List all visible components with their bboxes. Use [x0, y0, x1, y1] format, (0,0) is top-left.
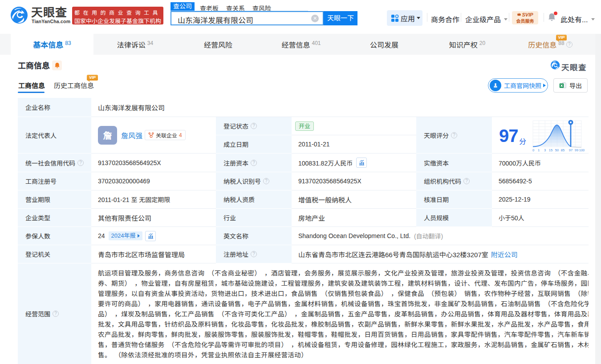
- svg-text:3: 3: [544, 148, 546, 152]
- svg-text:1: 1: [538, 148, 540, 152]
- svg-text:97: 97: [569, 148, 573, 152]
- svg-text:85: 85: [561, 148, 564, 152]
- svg-text:0: 0: [532, 148, 534, 152]
- svg-text:15: 15: [549, 148, 552, 152]
- svg-text:99: 99: [575, 148, 578, 152]
- svg-text:100: 100: [579, 148, 585, 152]
- svg-text:50: 50: [555, 148, 559, 152]
